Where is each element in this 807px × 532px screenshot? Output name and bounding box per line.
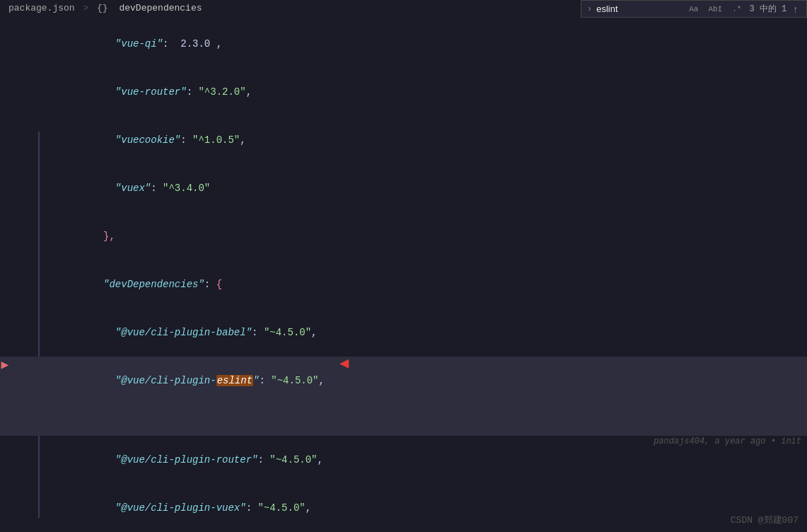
search-input[interactable] bbox=[596, 4, 681, 14]
code-line: "vuex": "^3.4.0" bbox=[0, 164, 807, 212]
editor: package.json > {} devDependencies › Aa A… bbox=[0, 0, 807, 532]
arrow-icon: ▶ bbox=[1, 357, 9, 372]
code-line: "@vue/cli-plugin-babel": "~4.5.0", bbox=[0, 308, 807, 357]
search-chevron-icon: › bbox=[587, 4, 592, 14]
breadcrumb-file: package.json bbox=[8, 3, 75, 13]
code-line: "vue-qi": 2.3.0 , bbox=[0, 20, 807, 68]
search-bar: › Aa AbI .* 3 中的 1 ↑ bbox=[581, 0, 807, 18]
breadcrumb: package.json > {} devDependencies bbox=[0, 0, 211, 16]
search-options: Aa AbI .* bbox=[685, 4, 745, 15]
code-line: "devDependencies": { bbox=[0, 260, 807, 308]
code-line: }, bbox=[0, 212, 807, 260]
git-blame: pandajs404, a year ago • init bbox=[654, 436, 807, 446]
code-area: "vue-qi": 2.3.0 , "vue-router": "^3.2.0"… bbox=[0, 20, 807, 532]
code-line: "@vue/cli-plugin-router": "~4.5.0", pand… bbox=[0, 436, 807, 484]
match-whole-word-button[interactable]: AbI bbox=[704, 4, 726, 15]
breadcrumb-section: devDependencies bbox=[119, 3, 202, 13]
red-arrow-icon: ◀ bbox=[339, 357, 349, 372]
use-regex-button[interactable]: .* bbox=[728, 4, 745, 15]
code-line: "vuecookie": "^1.0.5", bbox=[0, 116, 807, 164]
watermark: CSDN @郑建007 bbox=[731, 514, 799, 526]
code-line: "@vue/cli-plugin-vuex": "~4.5.0", bbox=[0, 484, 807, 532]
code-line-eslint1: ▶ "@vue/cli-plugin-eslint": "~4.5.0", ◀ bbox=[0, 357, 807, 436]
code-line: "vue-router": "^3.2.0", bbox=[0, 68, 807, 116]
match-case-button[interactable]: Aa bbox=[685, 4, 702, 15]
search-count: 3 中的 1 bbox=[749, 3, 786, 15]
search-prev-button[interactable]: ↑ bbox=[791, 4, 800, 15]
